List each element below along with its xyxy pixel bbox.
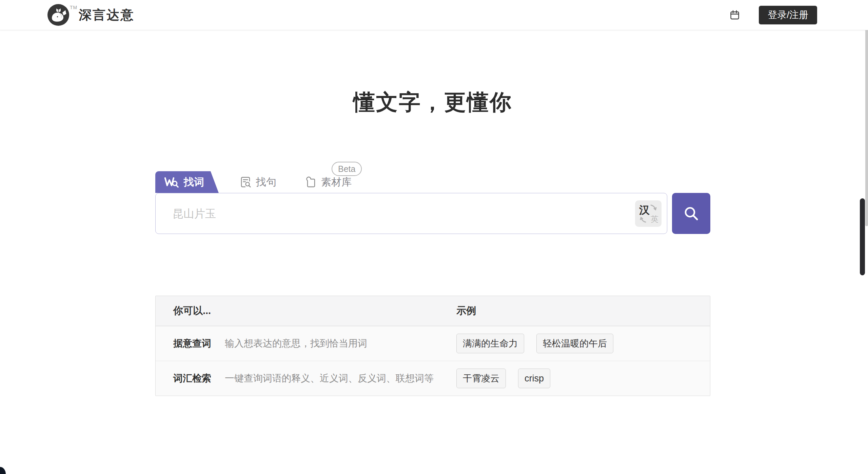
page-title: 懂文字，更懂你 xyxy=(155,87,710,117)
search-row: 汉 英 xyxy=(155,193,710,234)
lang-secondary: 英 xyxy=(651,214,658,224)
example-chip[interactable]: 满满的生命力 xyxy=(456,334,524,353)
feature-name: 词汇检索 xyxy=(173,372,211,385)
feature-description: 输入想表达的意思，找到恰当用词 xyxy=(225,337,367,350)
example-chip[interactable]: crisp xyxy=(518,369,550,388)
calendar-button[interactable] xyxy=(729,9,741,21)
beta-badge: Beta xyxy=(332,162,362,176)
language-toggle-button[interactable]: 汉 英 xyxy=(635,200,662,227)
feature-guide-table: 你可以... 示例 据意查词 输入想表达的意思，找到恰当用词 满满的生命力 轻松… xyxy=(155,296,710,396)
top-header: TM 深言达意 登录/注册 xyxy=(0,0,868,30)
calendar-icon xyxy=(729,9,740,20)
example-chip[interactable]: 轻松温暖的午后 xyxy=(536,334,613,353)
tab-label: 素材库 xyxy=(321,175,352,189)
login-register-button[interactable]: 登录/注册 xyxy=(759,6,817,24)
brand-name: 深言达意 xyxy=(79,6,134,24)
table-row: 词汇检索 一键查询词语的释义、近义词、反义词、联想词等 干霄凌云 crisp xyxy=(156,361,710,396)
tab-find-word[interactable]: 找词 xyxy=(155,171,219,193)
example-chip[interactable]: 干霄凌云 xyxy=(456,369,506,388)
lang-primary: 汉 xyxy=(639,203,650,217)
search-input[interactable] xyxy=(172,193,621,234)
tab-label: 找句 xyxy=(256,175,276,189)
header-actions: 登录/注册 xyxy=(729,0,817,30)
feature-description: 一键查询词语的释义、近义词、反义词、联想词等 xyxy=(225,372,434,385)
feature-name: 据意查词 xyxy=(173,337,211,350)
table-row: 据意查词 输入想表达的意思，找到恰当用词 满满的生命力 轻松温暖的午后 xyxy=(156,326,710,361)
scrollbar-track[interactable] xyxy=(865,0,868,226)
search-input-box: 汉 英 xyxy=(155,193,667,234)
brand[interactable]: TM 深言达意 xyxy=(47,0,134,30)
tab-label: 找词 xyxy=(184,175,204,189)
scrollbar-thumb[interactable] xyxy=(860,198,865,275)
magnifier-icon xyxy=(684,206,699,221)
material-library-icon xyxy=(305,176,316,188)
tab-find-sentence[interactable]: 找句 xyxy=(238,171,278,193)
table-header-row: 你可以... 示例 xyxy=(156,296,710,326)
search-panel: 找词 找句 素材库 Beta xyxy=(155,171,710,234)
search-button[interactable] xyxy=(672,193,710,234)
word-search-icon xyxy=(164,176,179,188)
whale-logo-icon xyxy=(47,4,69,26)
sentence-search-icon xyxy=(240,176,251,188)
trademark-label: TM xyxy=(70,5,77,10)
floating-corner-widget[interactable] xyxy=(0,467,6,474)
column-header-you-can: 你可以... xyxy=(156,304,456,318)
column-header-examples: 示例 xyxy=(456,304,710,318)
search-tabs: 找词 找句 素材库 Beta xyxy=(155,171,710,193)
